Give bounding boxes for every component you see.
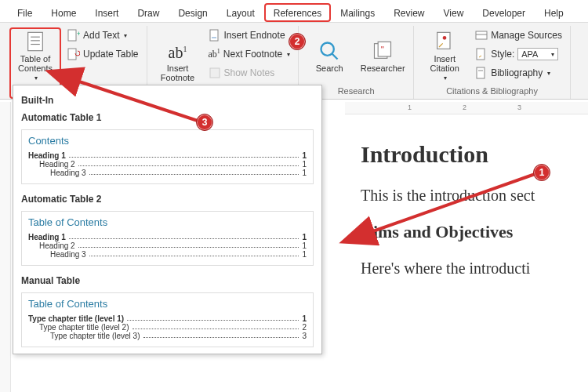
chevron-down-icon: ▾ [551, 51, 554, 58]
toc-preview-line: Type chapter title (level 2)2 [39, 323, 307, 332]
update-table-button[interactable]: Update Table [66, 46, 140, 62]
tab-layout[interactable]: Layout [217, 3, 264, 22]
doc-subheading-aims: Aims and Objectives [361, 222, 588, 242]
doc-paragraph: Here's where the introducti [361, 260, 588, 278]
add-text-button[interactable]: + Add Text▾ [66, 27, 140, 43]
style-label: Style: [491, 49, 514, 60]
svg-rect-4 [68, 30, 76, 41]
insert-citation-label: Insert Citation [430, 54, 459, 73]
svg-line-11 [332, 53, 338, 59]
horizontal-ruler: 1 2 3 [345, 102, 588, 114]
svg-rect-9 [210, 68, 220, 78]
manual-preview[interactable]: Table of Contents Type chapter title (le… [21, 292, 314, 347]
insert-endnote-button[interactable]: Insert Endnote [207, 27, 292, 43]
annotation-2: 2 [289, 33, 306, 50]
svg-rect-7 [210, 30, 218, 41]
citations-group-label: Citations & Bibliography [420, 85, 564, 99]
doc-heading-introduction: Introduction [361, 141, 588, 168]
svg-rect-13 [378, 42, 390, 56]
tab-references[interactable]: References [264, 3, 331, 22]
toc-preview-line: Type chapter title (level 3)3 [50, 332, 307, 340]
svg-text:": " [381, 44, 384, 54]
toc-label: Table of Contents [18, 54, 53, 73]
auto2-label: Automatic Table 2 [21, 194, 314, 205]
show-notes-label: Show Notes [224, 67, 275, 78]
tab-home[interactable]: Home [42, 3, 85, 22]
svg-text:+: + [77, 30, 80, 38]
insert-citation-button[interactable]: Insert Citation▾ [420, 27, 469, 85]
tab-developer[interactable]: Developer [473, 3, 535, 22]
chevron-down-icon: ▾ [34, 74, 38, 82]
toc-icon [24, 31, 46, 53]
built-in-label: Built-In [21, 95, 314, 106]
researcher-icon: " [372, 40, 394, 62]
auto2-title: Table of Contents [28, 216, 307, 228]
toc-preview-line: Heading 31 [50, 169, 307, 177]
tab-design[interactable]: Design [169, 3, 216, 22]
svg-rect-17 [476, 31, 487, 39]
show-notes-button[interactable]: Show Notes [207, 65, 292, 81]
style-dropdown[interactable]: APA▾ [517, 48, 558, 60]
bibliography-button[interactable]: Bibliography▾ [474, 65, 564, 81]
svg-rect-6 [68, 49, 76, 60]
ruler-mark: 1 [408, 103, 412, 111]
chevron-down-icon: ▾ [287, 51, 290, 58]
bibliography-icon [475, 67, 488, 79]
svg-rect-19 [477, 49, 485, 60]
next-footnote-button[interactable]: ab1 Next Footnote▾ [207, 46, 292, 62]
tab-view[interactable]: View [434, 3, 474, 22]
add-text-label: Add Text [83, 30, 119, 41]
auto2-preview[interactable]: Table of Contents Heading 11Heading 21He… [21, 211, 314, 266]
next-footnote-label: Next Footnote [223, 49, 282, 60]
chevron-down-icon: ▾ [444, 74, 447, 82]
next-footnote-icon: ab1 [209, 48, 220, 60]
ruler-mark: 3 [517, 103, 521, 111]
insert-footnote-label: Insert Footnote [161, 64, 194, 82]
search-icon [318, 40, 340, 62]
tab-help[interactable]: Help [535, 3, 573, 22]
insert-caption-button[interactable]: Inser Captic [577, 27, 588, 99]
toc-preview-line: Heading 11 [28, 151, 307, 160]
toc-preview-line: Heading 21 [39, 241, 307, 250]
doc-paragraph: This is the introduction sect [361, 187, 588, 205]
toc-preview-line: Heading 31 [50, 250, 307, 259]
search-label: Search [316, 64, 343, 73]
menu-bar: File Home Insert Draw Design Layout Refe… [0, 0, 588, 23]
tab-mailings[interactable]: Mailings [331, 3, 384, 22]
auto1-preview[interactable]: Contents Heading 11Heading 21Heading 31 [21, 129, 314, 184]
show-notes-icon [209, 67, 221, 79]
table-of-contents-button[interactable]: Table of Contents ▾ [11, 29, 60, 83]
tab-file[interactable]: File [8, 3, 42, 22]
tab-review[interactable]: Review [384, 3, 434, 22]
toc-preview-line: Type chapter title (level 1)1 [28, 314, 307, 323]
update-table-label: Update Table [83, 49, 139, 60]
toc-gallery-dropdown: Built-In Automatic Table 1 Contents Head… [13, 85, 322, 354]
manage-sources-label: Manage Sources [491, 30, 562, 41]
chevron-down-icon: ▾ [547, 70, 550, 77]
toc-preview-line: Heading 11 [28, 233, 307, 241]
manual-label: Manual Table [21, 275, 314, 286]
add-text-icon: + [67, 29, 80, 42]
ruler-mark: 2 [463, 103, 466, 111]
annotation-3: 3 [196, 114, 213, 131]
citation-icon [434, 31, 456, 53]
svg-rect-20 [477, 67, 485, 78]
style-icon [475, 48, 488, 60]
manual-title: Table of Contents [28, 298, 307, 310]
bibliography-label: Bibliography [491, 67, 543, 78]
manage-sources-button[interactable]: Manage Sources [474, 27, 564, 43]
style-selector[interactable]: Style: APA▾ [474, 46, 564, 62]
researcher-button[interactable]: " Researcher [358, 27, 407, 85]
researcher-label: Researcher [361, 64, 405, 73]
tab-insert[interactable]: Insert [85, 3, 128, 22]
chevron-down-icon: ▾ [124, 32, 127, 39]
search-button[interactable]: Search [305, 27, 354, 85]
svg-rect-0 [28, 32, 43, 50]
auto1-title: Contents [28, 135, 307, 147]
document-page[interactable]: Introduction This is the introduction se… [361, 125, 588, 392]
auto1-label: Automatic Table 1 [21, 112, 314, 123]
svg-point-10 [321, 42, 334, 55]
style-value: APA [521, 49, 538, 59]
tab-draw[interactable]: Draw [128, 3, 169, 22]
group-captions: Inser Captic [571, 26, 588, 99]
